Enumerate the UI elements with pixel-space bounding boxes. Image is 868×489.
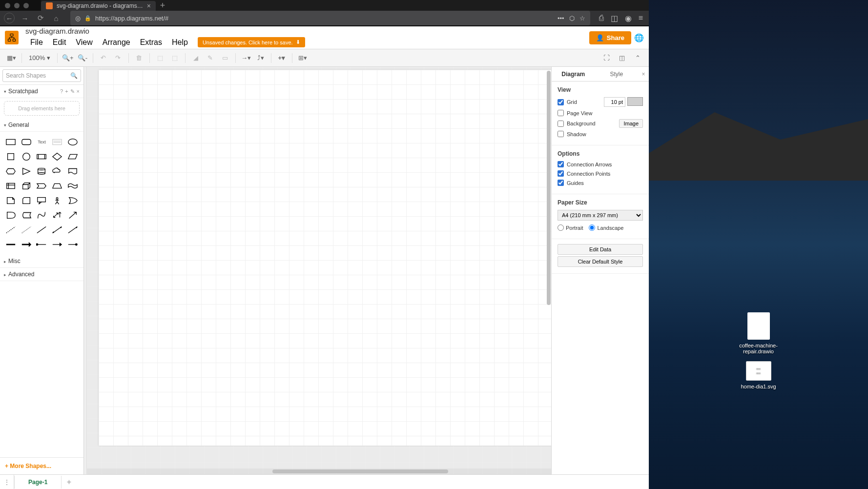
panel-close-icon[interactable]: × [638,67,649,81]
shape-square[interactable] [4,150,18,163]
shape-or[interactable] [66,194,80,207]
page-menu-button[interactable]: ⋮ [0,479,14,486]
general-header[interactable]: General [0,119,83,132]
shape-ellipse[interactable] [66,136,80,148]
url-bar[interactable]: ◎ 🔒 https://app.diagrams.net/# ••• ⬡ ☆ [70,11,590,25]
redo-button[interactable]: ↷ [112,52,124,64]
hamburger-icon[interactable]: ≡ [639,14,643,23]
shape-dashed-line[interactable] [4,224,18,236]
shape-callout[interactable] [35,194,49,207]
forward-button[interactable]: → [20,13,30,23]
conn-points-checkbox[interactable] [558,170,564,177]
scratchpad-header[interactable]: Scratchpad ? + ✎ × [0,85,83,98]
shape-triangle[interactable] [20,165,33,178]
shape-and[interactable] [4,209,18,222]
more-icon[interactable]: ••• [558,15,564,22]
horizontal-scrollbar[interactable] [87,469,551,474]
shape-link1[interactable] [4,238,18,251]
traffic-close[interactable] [5,3,10,8]
menu-arrange[interactable]: Arrange [98,36,135,49]
bookmark-icon[interactable]: ☆ [579,15,585,22]
scratchpad-dropzone[interactable]: Drag elements here [4,101,80,116]
pocket-icon[interactable]: ⬡ [569,15,575,22]
zoom-out-button[interactable]: 🔍- [76,52,89,64]
fullscreen-button[interactable]: ⛶ [600,52,613,64]
pageview-checkbox[interactable] [558,110,564,116]
search-shapes-input[interactable]: Search Shapes 🔍 [2,69,81,82]
view-dropdown-button[interactable]: ▦▾ [5,52,18,64]
add-page-button[interactable]: + [62,478,76,487]
advanced-header[interactable]: Advanced [0,268,83,281]
grid-checkbox[interactable] [558,99,564,105]
traffic-zoom[interactable] [23,3,29,8]
misc-header[interactable]: Misc [0,255,83,268]
menu-extras[interactable]: Extras [135,36,167,49]
shape-parallelogram[interactable] [66,150,80,163]
line-button[interactable]: ✎ [204,52,217,64]
menu-help[interactable]: Help [167,36,193,49]
shape-trapezoid[interactable] [50,180,64,192]
shape-directional[interactable] [66,224,80,236]
shape-data-storage[interactable] [20,209,33,222]
shape-actor[interactable] [50,194,64,207]
menu-file[interactable]: File [25,36,48,49]
portrait-radio[interactable] [558,224,564,231]
shape-text[interactable]: Text [35,136,49,148]
shape-card[interactable] [20,194,33,207]
save-banner[interactable]: Unsaved changes. Click here to save. ⬇ [198,37,305,47]
reload-button[interactable]: ⟳ [35,13,46,23]
format-panel-button[interactable]: ◫ [616,52,628,64]
shape-curve[interactable] [35,209,49,222]
shape-textbox[interactable] [50,136,64,148]
shape-note[interactable] [4,194,18,207]
new-tab-button[interactable]: + [156,0,169,11]
sidebar-toggle-icon[interactable]: ◫ [611,14,618,23]
zoom-dropdown[interactable]: 100% ▾ [26,53,53,62]
library-icon[interactable]: ⎙ [599,14,604,23]
canvas-page[interactable] [99,70,551,446]
scratchpad-add-icon[interactable]: + [65,88,68,95]
shape-cylinder[interactable] [35,165,49,178]
shape-diamond[interactable] [50,150,64,163]
insert-button[interactable]: +▾ [275,52,288,64]
desktop[interactable]: coffee-machine-repair.drawio ▫▫▫▫▫▫ home… [649,0,868,489]
shape-link3[interactable] [35,238,49,251]
scratchpad-help-icon[interactable]: ? [60,88,63,95]
menu-view[interactable]: View [71,36,97,49]
clear-default-button[interactable]: Clear Default Style [558,256,643,267]
landscape-radio[interactable] [589,224,595,231]
shape-rectangle[interactable] [4,136,18,148]
shape-bidir-arrow[interactable] [50,209,64,222]
shape-link2[interactable] [20,238,33,251]
to-back-button[interactable]: ⬚ [168,52,181,64]
more-shapes-button[interactable]: + More Shapes... [0,457,83,474]
shadow-checkbox[interactable] [558,131,564,137]
shape-line[interactable] [35,224,49,236]
canvas[interactable] [87,67,551,474]
shape-step[interactable] [35,180,49,192]
desktop-file-svg[interactable]: ▫▫▫▫▫▫ home-dia1.svg [739,361,778,389]
fill-button[interactable]: ◢ [189,52,202,64]
collapse-button[interactable]: ⌃ [631,52,644,64]
shape-dotted-line[interactable] [20,224,33,236]
back-button[interactable]: ← [4,13,15,23]
shape-rounded-rect[interactable] [20,136,33,148]
menu-edit[interactable]: Edit [48,36,71,49]
edit-data-button[interactable]: Edit Data [558,244,643,255]
share-button[interactable]: 👤 Share [589,31,631,44]
shape-cube[interactable] [20,180,33,192]
to-front-button[interactable]: ⬚ [154,52,166,64]
shape-cloud[interactable] [50,165,64,178]
browser-tab-active[interactable]: svg-diagram.drawio - diagrams… × [41,1,156,11]
tab-style[interactable]: Style [595,67,639,81]
tab-diagram[interactable]: Diagram [552,67,595,81]
undo-button[interactable]: ↶ [97,52,110,64]
account-icon[interactable]: ◉ [625,14,632,23]
home-button[interactable]: ⌂ [51,13,62,23]
guides-checkbox[interactable] [558,180,564,186]
papersize-select[interactable]: A4 (210 mm x 297 mm) [558,210,643,221]
shape-process[interactable] [35,150,49,163]
conn-arrows-checkbox[interactable] [558,161,564,167]
background-checkbox[interactable] [558,121,564,127]
doc-title[interactable]: svg-diagram.drawio [25,27,305,35]
